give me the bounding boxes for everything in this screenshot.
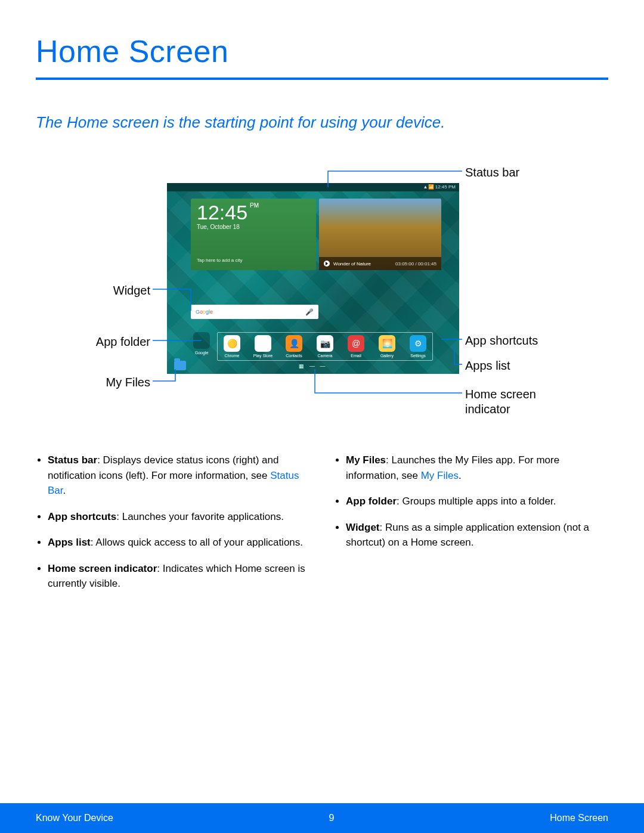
bullet-columns: Status bar: Displays device status icons… [36, 453, 608, 602]
tablet-mock: ▲📶 12:45 PM 12:45PM Tue, October 18 Tap … [167, 183, 459, 374]
app-label: Camera [314, 354, 336, 358]
app-label: Contacts [283, 354, 305, 358]
title-rule [36, 78, 608, 80]
photo-widget: Wonder of Nature 03:05:00 / 00:01:45 [319, 199, 441, 270]
mic-icon: 🎤 [305, 308, 314, 316]
photo-counter: 03:05:00 / 00:01:45 [395, 261, 436, 267]
link-my-files[interactable]: My Files [421, 470, 459, 481]
clock-widget: 12:45PM Tue, October 18 Tap here to add … [191, 199, 316, 270]
clock-date: Tue, October 18 [197, 224, 310, 230]
app-chrome: 🟡Chrome [221, 335, 243, 358]
app-label: Gallery [376, 354, 398, 358]
clock-ampm: PM [250, 202, 259, 209]
diagram: Status bar Widget App folder My Files Ap… [36, 154, 608, 429]
callout-my-files: My Files [98, 375, 150, 390]
folder-label: Google [191, 351, 212, 355]
app-label: Chrome [221, 354, 243, 358]
list-item: Status bar: Displays device status icons… [48, 453, 310, 498]
callout-widget: Widget [103, 283, 150, 298]
app-playstore: ▶Play Store [252, 335, 274, 358]
tablet-status-bar: ▲📶 12:45 PM [167, 183, 459, 191]
page-title: Home Screen [36, 33, 608, 69]
footer-left: Know Your Device [36, 813, 113, 823]
app-gallery: 🌅Gallery [376, 335, 398, 358]
clock-city-hint: Tap here to add a city [197, 258, 310, 263]
footer-page-number: 9 [329, 813, 335, 823]
callout-app-folder: App folder [85, 335, 150, 349]
home-indicator-dots: ▦ — — [299, 363, 327, 369]
page-footer: Know Your Device 9 Home Screen [0, 803, 644, 833]
google-logo: Google [196, 309, 213, 315]
footer-right: Home Screen [550, 813, 608, 823]
app-label: Email [345, 354, 367, 358]
callout-app-shortcuts: App shortcuts [465, 333, 538, 348]
list-item: My Files: Launches the My Files app. For… [346, 453, 608, 483]
app-camera: 📷Camera [314, 335, 336, 358]
app-label: Play Store [252, 354, 274, 358]
app-shortcuts-box: 🟡Chrome ▶Play Store 👤Contacts 📷Camera @E… [217, 332, 433, 361]
google-search-widget: Google 🎤 [191, 305, 318, 319]
app-folder-google: Google [191, 332, 212, 355]
app-email: @Email [345, 335, 367, 358]
list-item: Widget: Runs as a simple application ext… [346, 520, 608, 550]
app-label: Settings [407, 354, 429, 358]
clock-time: 12:45 [197, 201, 247, 224]
list-item: Home screen indicator: Indicates which H… [48, 561, 310, 592]
page-subtitle: The Home screen is the starting point fo… [36, 113, 608, 132]
app-contacts: 👤Contacts [283, 335, 305, 358]
callout-apps-list: Apps list [465, 358, 510, 373]
play-icon [324, 261, 330, 267]
list-item: App shortcuts: Launches your favorite ap… [48, 509, 310, 525]
right-column: My Files: Launches the My Files app. For… [334, 453, 608, 602]
left-column: Status bar: Displays device status icons… [36, 453, 310, 602]
callout-home-indicator: Home screen indicator [465, 387, 561, 417]
photo-title: Wonder of Nature [333, 261, 371, 267]
list-item: App folder: Groups multiple apps into a … [346, 494, 608, 509]
dock: Google 🟡Chrome ▶Play Store 👤Contacts 📷Ca… [191, 332, 433, 361]
app-settings: ⚙Settings [407, 335, 429, 358]
list-item: Apps list: Allows quick access to all of… [48, 535, 310, 550]
my-files-icon [174, 361, 186, 370]
callout-status-bar: Status bar [465, 165, 519, 180]
